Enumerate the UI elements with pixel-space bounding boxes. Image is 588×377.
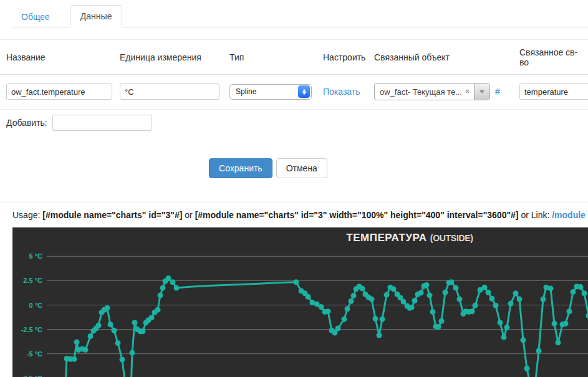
name-input[interactable] <box>6 84 112 100</box>
data-point <box>582 290 587 296</box>
data-point <box>430 309 436 315</box>
usage-or-1: or <box>182 210 195 220</box>
data-point <box>517 297 523 302</box>
chevron-down-icon[interactable] <box>474 84 489 100</box>
data-point <box>115 340 121 346</box>
data-point <box>160 285 166 291</box>
data-point <box>418 290 424 295</box>
cancel-button[interactable]: Отмена <box>276 158 327 178</box>
data-point <box>501 335 507 340</box>
data-point <box>384 292 390 298</box>
temperature-chart-svg: 5 °C2.5 °C0 °C-2.5 °C-5 °C-7.5 °C <box>12 227 588 377</box>
data-point <box>412 298 418 303</box>
header-linked-object: Связанный объект <box>368 40 513 75</box>
data-point <box>130 350 135 356</box>
divider <box>0 202 588 203</box>
data-point <box>74 339 80 345</box>
data-point <box>436 324 441 330</box>
data-point <box>473 303 478 308</box>
tab-general[interactable]: Общее <box>11 6 60 27</box>
data-point <box>349 298 354 304</box>
data-point <box>351 293 357 298</box>
configure-show-link[interactable]: Показать <box>323 87 360 97</box>
data-point <box>345 306 350 312</box>
data-point <box>342 317 347 322</box>
header-linked-property: Связанное св-во <box>513 40 588 75</box>
header-name: Название <box>0 40 113 75</box>
data-point <box>439 318 445 324</box>
action-buttons: Сохранить Отмена <box>0 158 536 178</box>
data-point <box>424 282 430 288</box>
data-point <box>567 308 572 314</box>
data-point <box>504 325 510 330</box>
data-point <box>427 292 433 298</box>
y-tick-label: 0 °C <box>29 302 42 309</box>
series-table: Название Единица измерения Тип Настроить… <box>0 39 588 110</box>
data-point <box>443 290 448 295</box>
data-point <box>449 279 455 285</box>
data-point <box>319 304 324 310</box>
save-button[interactable]: Сохранить <box>209 158 272 178</box>
table-row: Spline Показать ow_fact- Текущая те... ×… <box>0 75 588 110</box>
header-type: Тип <box>223 40 317 75</box>
module-link[interactable]: /module <box>552 210 586 220</box>
data-point <box>508 301 514 307</box>
data-point <box>409 305 415 310</box>
clear-icon[interactable]: × <box>463 84 474 100</box>
header-configure: Настроить <box>317 40 368 75</box>
data-point <box>578 284 584 290</box>
data-point <box>586 313 588 318</box>
linked-object-combobox[interactable]: ow_fact- Текущая те... × <box>374 83 490 100</box>
data-point <box>556 340 561 345</box>
select-stepper-icon <box>298 85 310 98</box>
linked-property-input[interactable] <box>519 84 588 100</box>
data-point <box>493 303 499 308</box>
y-tick-label: -7.5 °C <box>21 375 42 377</box>
chart-title: ТЕМПЕРАТУРА (OUTSIDE) <box>346 232 473 244</box>
y-tick-label: -2.5 °C <box>21 326 42 333</box>
usage-or-2: or Link: <box>519 210 552 220</box>
type-select-value: Spline <box>236 87 256 96</box>
data-point <box>306 294 311 300</box>
temperature-chart: 5 °C2.5 °C0 °C-2.5 °C-5 °C-7.5 °C ТЕМПЕР… <box>12 227 588 377</box>
data-point <box>369 297 375 302</box>
usage-code-1: [#module name="charts" id="3"#] <box>42 210 182 220</box>
data-point <box>174 285 180 291</box>
data-point <box>482 285 488 290</box>
tab-bar: Общее Данные <box>11 5 588 27</box>
data-point <box>360 285 365 291</box>
add-row: Добавить: <box>6 115 588 131</box>
data-point <box>571 289 576 295</box>
table-header-row: Название Единица измерения Тип Настроить… <box>0 40 588 75</box>
usage-line: Usage: [#module name="charts" id="3"#] o… <box>12 210 588 220</box>
data-point <box>457 297 463 302</box>
chart-subtitle: (OUTSIDE) <box>430 233 473 243</box>
data-point <box>486 290 491 295</box>
unit-input[interactable] <box>120 84 219 100</box>
data-point <box>120 357 125 363</box>
usage-code-2: [#module name="charts" id="3" width="100… <box>195 210 519 220</box>
data-point <box>83 347 89 353</box>
data-point <box>513 290 519 296</box>
y-tick-label: 2.5 °C <box>23 277 42 284</box>
data-point <box>132 320 138 325</box>
data-point <box>563 321 569 327</box>
data-point <box>294 279 299 285</box>
hash-link[interactable]: # <box>495 87 500 97</box>
data-point <box>335 326 341 332</box>
data-point <box>108 322 113 327</box>
type-select[interactable]: Spline <box>229 84 312 100</box>
data-point <box>401 299 407 305</box>
data-point <box>105 305 110 311</box>
add-label: Добавить: <box>6 118 47 128</box>
data-point <box>170 279 176 285</box>
data-point <box>72 356 77 362</box>
data-point <box>524 366 530 371</box>
add-input[interactable] <box>52 115 152 131</box>
tab-data[interactable]: Данные <box>70 5 123 27</box>
data-point <box>453 285 459 291</box>
usage-prefix: Usage: <box>12 210 42 220</box>
data-point <box>521 337 526 343</box>
data-point <box>325 308 331 314</box>
data-point <box>166 275 171 281</box>
